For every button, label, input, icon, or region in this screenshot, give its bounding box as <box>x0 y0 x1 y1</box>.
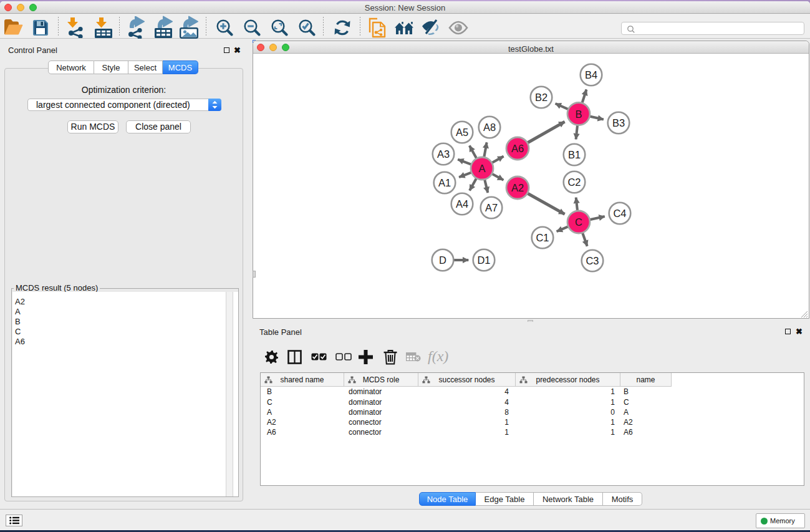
svg-text:C1: C1 <box>536 232 549 243</box>
svg-text:B2: B2 <box>535 92 547 103</box>
svg-text:D1: D1 <box>477 254 490 266</box>
svg-text:A: A <box>478 163 485 174</box>
svg-text:C4: C4 <box>613 208 626 219</box>
svg-text:A1: A1 <box>438 177 451 188</box>
svg-text:A7: A7 <box>485 202 498 213</box>
svg-text:B4: B4 <box>585 69 597 80</box>
svg-text:C2: C2 <box>567 177 581 188</box>
svg-text:A2: A2 <box>511 182 524 193</box>
svg-text:A6: A6 <box>511 143 524 154</box>
svg-text:A5: A5 <box>456 127 468 138</box>
svg-text:C3: C3 <box>586 255 599 266</box>
svg-text:B1: B1 <box>568 149 581 160</box>
svg-text:A8: A8 <box>483 122 496 133</box>
svg-text:A4: A4 <box>456 198 468 210</box>
svg-text:C: C <box>575 216 582 228</box>
svg-text:D: D <box>439 254 446 266</box>
svg-text:B: B <box>575 109 582 120</box>
svg-text:A3: A3 <box>437 148 450 160</box>
svg-text:B3: B3 <box>612 117 625 128</box>
